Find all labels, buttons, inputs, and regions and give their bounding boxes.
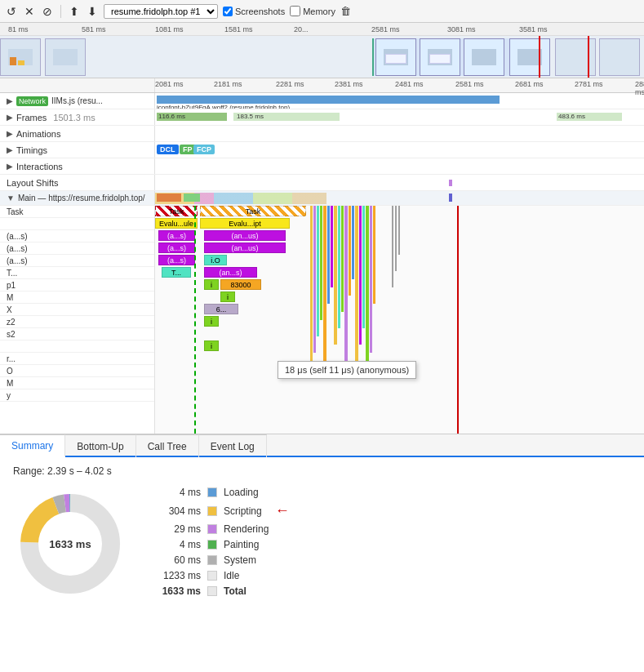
fb-io[interactable]: i.O — [204, 255, 227, 265]
ruler-mark-2081: 2081 ms — [155, 80, 184, 88]
fb-eval-right[interactable]: Evalu...ipt — [200, 218, 290, 229]
network-content: iconfont-bZut9FgA.woff2 (resume.fridolph… — [155, 93, 644, 109]
timings-row: ▶ Timings DCL FP FCP — [0, 142, 644, 158]
tab-call-tree[interactable]: Call Tree — [136, 434, 199, 457]
timings-content: DCL FP FCP — [155, 142, 644, 158]
tab-bottom-up[interactable]: Bottom-Up — [65, 434, 135, 457]
network-bar-iconfont — [157, 96, 500, 104]
fb-83000[interactable]: 83000 — [220, 279, 261, 290]
rab3 — [317, 206, 319, 336]
rab18 — [370, 206, 372, 353]
legend-idle-ms: 1233 ms — [152, 570, 201, 581]
fb-as3-left[interactable]: (a...s) — [158, 255, 195, 265]
timings-text: Timings — [16, 145, 47, 155]
layout-row: Layout Shifts — [0, 175, 644, 191]
fb-as2-left[interactable]: (a...s) — [158, 243, 195, 253]
frames-label-183: 183.5 ms — [237, 113, 264, 120]
legend-scripting: 304 ms Scripting ← — [152, 502, 290, 519]
arrow-annotation: ← — [275, 502, 290, 519]
legend-painting: 4 ms Painting — [152, 539, 290, 550]
fb-i4[interactable]: i — [204, 340, 219, 351]
tab-bottom-up-label: Bottom-Up — [77, 441, 123, 452]
animations-expand[interactable]: ▶ — [7, 129, 13, 138]
donut-label: 1633 ms — [49, 538, 91, 550]
download-icon[interactable]: ⬇ — [86, 5, 99, 18]
legend-loading: 4 ms Loading — [152, 487, 290, 498]
ruler-mark-2381: 2381 ms — [335, 80, 363, 88]
toolbar-separator — [60, 5, 61, 18]
flame-label-m2: M — [0, 377, 154, 389]
tab-selector[interactable]: resume.fridolph.top #1 — [104, 4, 218, 19]
legend-system-swatch — [207, 555, 217, 565]
flame-label-x: X — [0, 304, 154, 316]
flame-label-empty — [0, 340, 154, 353]
memory-checkbox[interactable] — [290, 6, 300, 16]
upload-icon[interactable]: ⬆ — [68, 5, 81, 18]
reload-icon[interactable]: ↺ — [5, 5, 18, 18]
rab1 — [310, 206, 313, 369]
frames-duration: 1501.3 ms — [53, 113, 95, 122]
rab9 — [338, 206, 340, 328]
flame-chart-canvas[interactable]: Task Evalu...ule (a...s) (a...s) (a...s)… — [155, 206, 644, 434]
fb-eval-left[interactable]: Evalu...ule — [155, 218, 198, 229]
fb-ans[interactable]: (an...s) — [204, 267, 257, 278]
fb-i2[interactable]: i — [220, 291, 235, 302]
main-row-header: ▼ Main — https://resume.fridolph.top/ — [0, 191, 644, 206]
rab21 — [395, 206, 397, 271]
screenshots-checkbox[interactable] — [223, 7, 233, 16]
main-expand[interactable]: ▼ — [7, 194, 15, 202]
legend-scripting-ms: 304 ms — [152, 505, 201, 517]
network-badge: Network — [16, 96, 48, 106]
rab5 — [323, 206, 326, 369]
summary-panel: Range: 2.39 s – 4.02 s 1633 ms — [0, 457, 644, 609]
screenshots-toggle[interactable]: Screenshots — [223, 7, 285, 16]
ruler-tick-1081: 1081 ms — [155, 25, 184, 33]
legend-idle-label: Idle — [224, 570, 239, 581]
ruler-tick-81: 81 ms — [8, 25, 29, 33]
fb-t-left[interactable]: T... — [162, 267, 191, 278]
stop-icon[interactable]: ✕ — [23, 5, 36, 18]
animations-text: Animations — [16, 129, 60, 139]
rab17 — [366, 206, 369, 369]
legend-scripting-swatch — [207, 506, 217, 516]
memory-toggle[interactable]: Memory — [290, 6, 335, 16]
fb-as1-left[interactable]: (a...s) — [158, 230, 195, 241]
frames-expand[interactable]: ▶ — [7, 113, 13, 122]
fb-i1[interactable]: i — [204, 279, 219, 290]
ruler-mark-2481: 2481 ms — [395, 80, 424, 88]
fb-task-right[interactable]: Task — [200, 206, 306, 216]
network-expand[interactable]: ▶ — [7, 96, 13, 105]
tab-event-log[interactable]: Event Log — [199, 434, 267, 457]
rab14 — [355, 206, 358, 377]
fb-anus1-right[interactable]: (an...us) — [204, 230, 286, 241]
trash-icon[interactable]: 🗑 — [340, 5, 351, 17]
legend-idle-swatch — [207, 571, 217, 581]
fb-task-left[interactable]: Task — [155, 206, 198, 216]
timings-expand[interactable]: ▶ — [7, 145, 13, 154]
legend-total: 1633 ms Total — [152, 585, 290, 597]
ruler-tick-581: 581 ms — [82, 25, 106, 33]
interactions-expand[interactable]: ▶ — [7, 162, 13, 171]
clear-icon[interactable]: ⊘ — [41, 5, 54, 18]
legend-system: 60 ms System — [152, 554, 290, 566]
dashed-line — [194, 206, 196, 434]
ruler-mark-2781: 2781 ms — [575, 80, 603, 88]
fb-anus2-right[interactable]: (an...us) — [204, 243, 286, 253]
network-file: IIMs.js (resu... — [51, 96, 103, 105]
tab-summary[interactable]: Summary — [0, 434, 65, 457]
animations-label: ▶ Animations — [0, 126, 155, 141]
legend-rendering-swatch — [207, 524, 217, 534]
flame-label-s2: s2 — [0, 328, 154, 340]
main-ruler: 2081 ms 2181 ms 2281 ms 2381 ms 2481 ms … — [0, 78, 644, 93]
layout-content — [155, 175, 644, 190]
legend-rendering-ms: 29 ms — [152, 523, 201, 535]
frames-content: 116.6 ms 183.5 ms 483.6 ms — [155, 109, 644, 125]
flame-label-a2: (a...s) — [0, 243, 154, 255]
flame-label-t: T... — [0, 267, 154, 279]
interactions-label: ▶ Interactions — [0, 158, 155, 174]
bottom-tabs: Summary Bottom-Up Call Tree Event Log — [0, 434, 644, 457]
fb-i3[interactable]: i — [204, 316, 219, 327]
fb-6[interactable]: 6... — [204, 304, 238, 314]
toolbar: ↺ ✕ ⊘ ⬆ ⬇ resume.fridolph.top #1 Screens… — [0, 0, 644, 23]
ruler-mark-2581: 2581 ms — [455, 80, 484, 88]
